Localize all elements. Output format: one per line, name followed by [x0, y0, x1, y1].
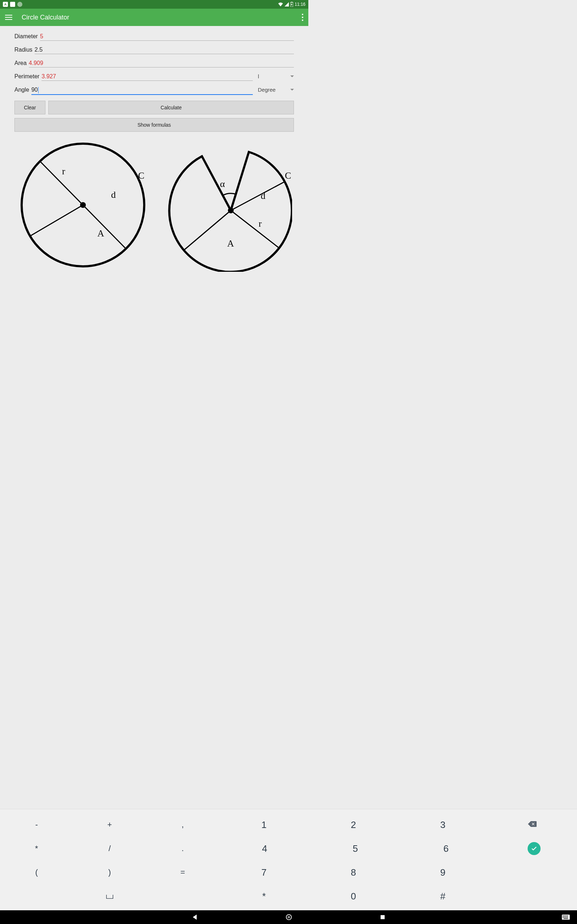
- sector-diagram: α d r C A: [159, 135, 292, 272]
- area-input[interactable]: 4.909: [29, 59, 294, 68]
- perimeter-input[interactable]: 3.927: [42, 73, 253, 81]
- svg-text:r: r: [62, 166, 65, 176]
- battery-icon: [290, 2, 293, 7]
- diameter-row: Diameter 5: [15, 27, 294, 41]
- svg-line-4: [31, 205, 83, 236]
- status-bar: A 11:16: [0, 0, 308, 9]
- svg-point-5: [80, 202, 86, 208]
- radius-row: Radius 2.5: [15, 41, 294, 54]
- chevron-down-icon: [290, 89, 294, 90]
- status-icon: [17, 2, 23, 7]
- app-bar: Circle Calculator: [0, 9, 308, 26]
- area-label: Area: [15, 60, 27, 66]
- overflow-menu-icon[interactable]: [302, 14, 303, 21]
- status-icon: [10, 2, 15, 7]
- signal-icon: [285, 2, 289, 6]
- diameter-label: Diameter: [15, 33, 38, 40]
- perimeter-unit-label: l: [258, 73, 259, 79]
- perimeter-row: Perimeter 3.927 l: [15, 68, 294, 81]
- angle-unit-label: Degree: [258, 87, 276, 93]
- show-formulas-button[interactable]: Show formulas: [15, 118, 294, 132]
- angle-label: Angle: [15, 87, 29, 93]
- diagrams: r d C A α d r C A: [15, 135, 294, 272]
- radius-input[interactable]: 2.5: [35, 46, 294, 54]
- chevron-down-icon: [290, 76, 294, 77]
- perimeter-unit-dropdown[interactable]: l: [258, 73, 294, 79]
- angle-row: Angle 90 Degree: [15, 81, 294, 95]
- svg-text:α: α: [220, 179, 225, 189]
- area-row: Area 4.909: [15, 54, 294, 68]
- svg-text:r: r: [259, 218, 262, 229]
- wifi-icon: [278, 2, 283, 6]
- angle-unit-dropdown[interactable]: Degree: [258, 87, 294, 93]
- svg-text:C: C: [285, 170, 291, 181]
- calculate-button[interactable]: Calculate: [48, 101, 294, 115]
- clear-button[interactable]: Clear: [15, 101, 45, 115]
- svg-text:d: d: [111, 189, 116, 200]
- status-icon: A: [3, 2, 8, 7]
- svg-line-11: [184, 210, 231, 250]
- svg-text:d: d: [261, 191, 266, 201]
- svg-line-12: [231, 210, 279, 248]
- diameter-input[interactable]: 5: [40, 32, 294, 41]
- circle-diagram: r d C A: [15, 135, 148, 272]
- svg-text:A: A: [227, 238, 234, 249]
- svg-rect-1: [291, 2, 292, 3]
- radius-label: Radius: [15, 47, 32, 53]
- content-area: Diameter 5 Radius 2.5 Area 4.909 Perimet…: [0, 26, 308, 272]
- menu-icon[interactable]: [5, 13, 12, 21]
- perimeter-label: Perimeter: [15, 73, 39, 80]
- angle-input[interactable]: 90: [31, 86, 253, 95]
- svg-text:C: C: [138, 170, 144, 181]
- svg-point-14: [228, 208, 234, 213]
- status-time: 11:16: [295, 2, 305, 7]
- app-title: Circle Calculator: [22, 14, 69, 21]
- svg-text:A: A: [97, 228, 104, 239]
